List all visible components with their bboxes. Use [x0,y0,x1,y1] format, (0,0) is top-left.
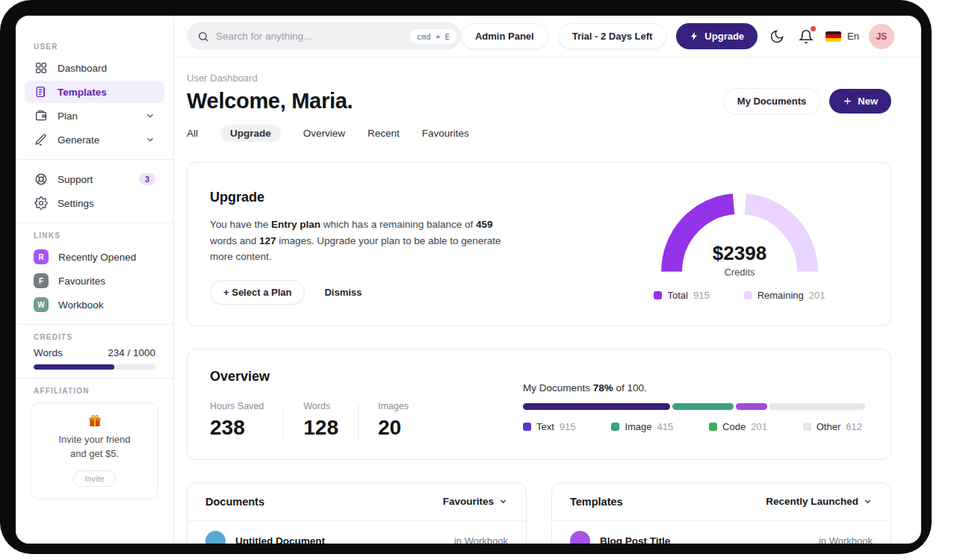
select-plan-button[interactable]: + Select a Plan [210,280,305,305]
sidebar-item-label: Support [58,174,139,185]
generate-pencil-icon [34,133,48,147]
lightning-bolt-icon [690,31,699,41]
support-lifebuoy-icon [34,172,48,187]
sidebar-divider [16,223,173,223]
device-frame: USER Dashboard Templates Plan [0,0,932,554]
legend-remaining-swatch [744,291,752,299]
upgrade-card-body: You have the Entry plan which has a rema… [210,217,505,265]
stat-divider [283,404,284,440]
sidebar-item-label: Templates [58,87,155,98]
sidebar-link-label: Favourites [58,276,155,287]
sidebar-link-label: Recently Opened [58,252,155,263]
tab-all[interactable]: All [187,125,198,142]
documents-filter-dropdown[interactable]: Favourites [443,496,508,507]
overview-card: Overview Hours Saved 238 Words 128 [187,349,891,460]
topbar: cmd + E Admin Panel Trial - 2 Days Left … [174,16,921,57]
search-icon [197,31,209,43]
legend-image: Image 415 [611,421,673,432]
sidebar-item-plan[interactable]: Plan [25,105,164,127]
my-documents-button[interactable]: My Documents [723,88,820,114]
link-initial-badge: F [34,273,49,288]
stat-words: Words 128 [303,401,358,440]
dismiss-button[interactable]: Dismiss [324,287,362,298]
document-title: Untitled Document [235,535,454,544]
template-row[interactable]: Blog Post Title in Workbook [552,521,890,544]
documents-card: Documents Favourites Untitled Document i… [187,482,527,544]
sidebar-link-workbook[interactable]: W Workbook [25,293,164,316]
templates-card-title: Templates [570,496,623,508]
invite-button[interactable]: Invite [73,470,115,487]
overview-card-title: Overview [210,369,523,385]
breadcrumb: User Dashboard [187,72,891,84]
document-location: in Workbook [454,535,508,544]
stat-hours-saved: Hours Saved 238 [210,401,283,440]
upgrade-card: Upgrade You have the Entry plan which ha… [187,162,891,326]
affiliation-text: Invite your friend and get $5. [39,433,150,461]
upgrade-card-title: Upgrade [210,190,635,205]
language-label: En [847,31,859,42]
stat-divider [358,404,359,440]
chevron-down-icon [145,111,155,121]
documents-progress-title: My Documents 78% of 100. [523,382,865,393]
gift-icon [39,414,150,429]
sidebar-item-templates[interactable]: Templates [25,81,164,103]
gauge-amount: $2398 [654,242,825,265]
templates-card: Templates Recently Launched Blog Post Ti… [551,482,891,544]
credits-label: Words [34,347,63,358]
tab-recent[interactable]: Recent [368,125,400,142]
document-avatar [205,531,226,544]
notifications-bell-icon[interactable] [796,27,816,46]
trial-status-button[interactable]: Trial - 2 Days Left [558,23,667,49]
legend-total-swatch [654,291,662,299]
chevron-down-icon [145,134,155,145]
gauge-legend: Total 915 Remaining 201 [654,290,825,301]
search-input[interactable] [216,31,410,42]
credits-value: 234 / 1000 [108,347,155,358]
bar-segment-image [672,403,734,410]
document-row[interactable]: Untitled Document in Workbook [188,521,526,544]
notification-dot [811,26,816,31]
templates-filter-dropdown[interactable]: Recently Launched [766,496,873,507]
sidebar-section-links: LINKS [34,231,173,240]
chevron-down-icon [498,497,508,506]
language-selector[interactable]: En [826,31,859,42]
credits-row: Words 234 / 1000 [34,347,155,358]
admin-panel-button[interactable]: Admin Panel [461,23,548,49]
search-box[interactable]: cmd + E [187,22,461,50]
plus-icon [843,96,852,106]
stats-row: Hours Saved 238 Words 128 Images [210,401,523,440]
sidebar-link-label: Workbook [58,299,155,311]
search-shortcut-badge: cmd + E [410,29,456,44]
sidebar-item-generate[interactable]: Generate [25,128,164,151]
upgrade-button[interactable]: Upgrade [676,23,758,49]
sidebar-section-affiliation: AFFILIATION [34,387,173,395]
legend-code: Code 201 [709,421,767,432]
bar-segment-code [736,403,766,410]
chevron-down-icon [863,497,873,506]
credits-progress-track [34,364,155,370]
topbar-actions: Admin Panel Trial - 2 Days Left Upgrade [461,23,894,49]
bar-legend: Text 915 Image 415 Code 20 [523,421,865,432]
documents-card-title: Documents [205,496,264,508]
sidebar-item-settings[interactable]: Settings [25,192,164,214]
tab-favourites[interactable]: Favourites [422,125,469,142]
link-initial-badge: R [34,249,49,264]
user-avatar[interactable]: JS [869,24,894,49]
dashboard-grid-icon [34,61,48,75]
tab-upgrade[interactable]: Upgrade [220,125,281,142]
support-count-badge: 3 [139,173,155,185]
legend-text: Text 915 [523,421,576,432]
bar-segment-text [523,403,670,410]
sidebar: USER Dashboard Templates Plan [16,16,174,544]
sidebar-item-dashboard[interactable]: Dashboard [25,57,164,79]
tab-overview[interactable]: Overview [303,125,345,142]
theme-toggle-moon-icon[interactable] [767,27,787,46]
new-button[interactable]: New [829,89,891,113]
template-location: in Workbook [819,535,873,544]
content: User Dashboard Welcome, Maria. My Docume… [174,57,921,544]
sidebar-item-support[interactable]: Support 3 [25,168,164,190]
sidebar-link-recently-opened[interactable]: R Recently Opened [25,246,164,268]
sidebar-divider [16,324,173,325]
credits-progress-fill [34,364,114,370]
sidebar-link-favourites[interactable]: F Favourites [25,270,164,292]
